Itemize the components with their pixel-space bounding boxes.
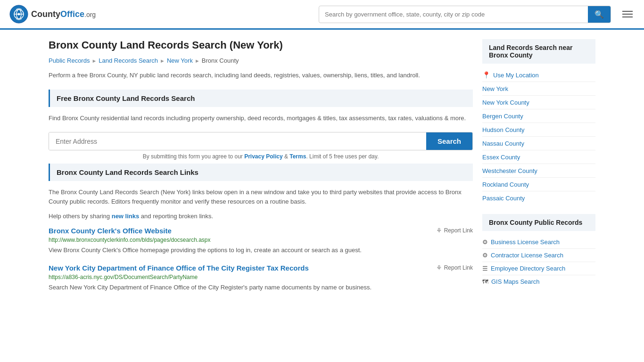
pub-record-link-0[interactable]: Business License Search [491, 239, 560, 246]
link-title-1[interactable]: New York City Department of Finance Offi… [49, 264, 309, 272]
svg-point-4 [18, 13, 20, 16]
nearby-link-6[interactable]: Westchester County [482, 167, 537, 174]
content-area: Bronx County Land Records Search (New Yo… [49, 39, 473, 302]
sidebar-use-location: 📍 Use My Location [482, 68, 595, 82]
sidebar-public-records-header: Bronx County Public Records [482, 214, 595, 231]
sidebar-nearby-list: 📍 Use My Location New York New York Coun… [482, 68, 595, 205]
breadcrumb-sep-3: ► [195, 58, 200, 64]
pub-record-item-2: ☰ Employee Directory Search [482, 262, 595, 275]
address-search-button[interactable]: Search [426, 132, 472, 150]
report-icon-0: ⚘ [436, 227, 442, 234]
free-search-section-header: Free Bronx County Land Records Search [49, 90, 473, 107]
sidebar-item-bergen-county: Bergen County [482, 109, 595, 123]
logo-link[interactable]: CountyOffice.org [9, 5, 96, 24]
link-desc-1: Search New York City Department of Finan… [49, 283, 473, 292]
breadcrumb: Public Records ► Land Records Search ► N… [49, 57, 473, 64]
nearby-link-2[interactable]: Bergen County [482, 113, 523, 120]
breadcrumb-new-york[interactable]: New York [167, 57, 193, 64]
page-description: Perform a free Bronx County, NY public l… [49, 71, 473, 80]
sharing-text: Help others by sharing new links and rep… [49, 212, 473, 221]
pub-record-item-0: ⚙ Business License Search [482, 236, 595, 249]
sidebar-public-records-list: ⚙ Business License Search ⚙ Contractor L… [482, 236, 595, 288]
pub-record-item-3: 🗺 GIS Maps Search [482, 275, 595, 288]
link-url-0: http://www.bronxcountyclerkinfo.com/blds… [49, 237, 473, 243]
breadcrumb-sep-2: ► [160, 58, 165, 64]
nearby-link-1[interactable]: New York County [482, 99, 529, 106]
sidebar-item-westchester-county: Westchester County [482, 164, 595, 178]
terms-link[interactable]: Terms [289, 153, 306, 160]
hamburger-line-3 [622, 16, 633, 17]
sidebar-item-passaic-county: Passaic County [482, 191, 595, 205]
nearby-link-0[interactable]: New York [482, 85, 508, 92]
new-links-link[interactable]: new links [112, 213, 140, 220]
breadcrumb-sep-1: ► [91, 58, 97, 64]
sidebar-item-essex-county: Essex County [482, 150, 595, 164]
pub-record-link-2[interactable]: Employee Directory Search [491, 265, 565, 272]
gis-maps-icon: 🗺 [482, 278, 488, 285]
sidebar-item-hudson-county: Hudson County [482, 123, 595, 137]
contractor-license-icon: ⚙ [482, 252, 488, 259]
pin-icon: 📍 [482, 71, 490, 79]
use-location-link[interactable]: Use My Location [493, 72, 539, 79]
nearby-link-3[interactable]: Hudson County [482, 126, 525, 133]
link-item-0: Bronx County Clerk's Office Website ⚘ Re… [49, 227, 473, 255]
report-link-button-0[interactable]: ⚘ Report Link [436, 227, 473, 234]
link-item-1: New York City Department of Finance Offi… [49, 264, 473, 292]
hamburger-line-1 [622, 11, 633, 12]
search-icon: 🔍 [594, 10, 604, 18]
sidebar-item-new-york-county: New York County [482, 96, 595, 109]
link-title-0[interactable]: Bronx County Clerk's Office Website [49, 227, 172, 235]
global-search-input[interactable] [319, 7, 588, 22]
sidebar-item-new-york: New York [482, 82, 595, 96]
sidebar-item-nassau-county: Nassau County [482, 137, 595, 150]
sidebar-item-rockland-county: Rockland County [482, 178, 595, 191]
global-search-button[interactable]: 🔍 [588, 6, 611, 23]
header: CountyOffice.org 🔍 [0, 0, 644, 30]
report-link-label-0: Report Link [444, 227, 473, 234]
nearby-link-5[interactable]: Essex County [482, 154, 520, 161]
report-link-button-1[interactable]: ⚘ Report Link [436, 264, 473, 272]
address-input[interactable] [49, 132, 426, 150]
report-icon-1: ⚘ [436, 264, 442, 272]
breadcrumb-bronx-county: Bronx County [202, 57, 239, 64]
business-license-icon: ⚙ [482, 239, 488, 246]
breadcrumb-land-records[interactable]: Land Records Search [99, 57, 158, 64]
free-search-description: Find Bronx County residential land recor… [49, 114, 473, 123]
page-title: Bronx County Land Records Search (New Yo… [49, 39, 473, 51]
pub-record-link-3[interactable]: GIS Maps Search [491, 278, 540, 285]
form-disclaimer: By submitting this form you agree to our… [49, 153, 473, 160]
report-link-label-1: Report Link [444, 264, 473, 271]
link-desc-0: View Bronx County Clerk's Office homepag… [49, 246, 473, 255]
breadcrumb-public-records[interactable]: Public Records [49, 57, 90, 64]
sidebar: Land Records Search near Bronx County 📍 … [482, 39, 595, 302]
employee-directory-icon: ☰ [482, 265, 488, 272]
link-url-1: https://a836-acris.nyc.gov/DS/DocumentSe… [49, 274, 473, 280]
logo-icon [9, 5, 28, 24]
nearby-link-7[interactable]: Rockland County [482, 181, 529, 188]
links-section-header: Bronx County Land Records Search Links [49, 164, 473, 181]
nearby-link-8[interactable]: Passaic County [482, 195, 525, 202]
pub-record-link-1[interactable]: Contractor License Search [491, 252, 563, 259]
privacy-policy-link[interactable]: Privacy Policy [244, 153, 282, 160]
nearby-link-4[interactable]: Nassau County [482, 140, 524, 147]
pub-record-item-1: ⚙ Contractor License Search [482, 249, 595, 262]
links-section-description: The Bronx County Land Records Search (Ne… [49, 188, 473, 206]
hamburger-button[interactable] [620, 9, 635, 19]
global-search-bar: 🔍 [319, 6, 611, 23]
main-container: Bronx County Land Records Search (New Yo… [39, 30, 605, 311]
address-search-form: Search By submitting this form you agree… [49, 132, 473, 160]
sidebar-nearby-header: Land Records Search near Bronx County [482, 39, 595, 64]
logo-text: CountyOffice.org [31, 9, 96, 19]
hamburger-line-2 [622, 14, 633, 15]
